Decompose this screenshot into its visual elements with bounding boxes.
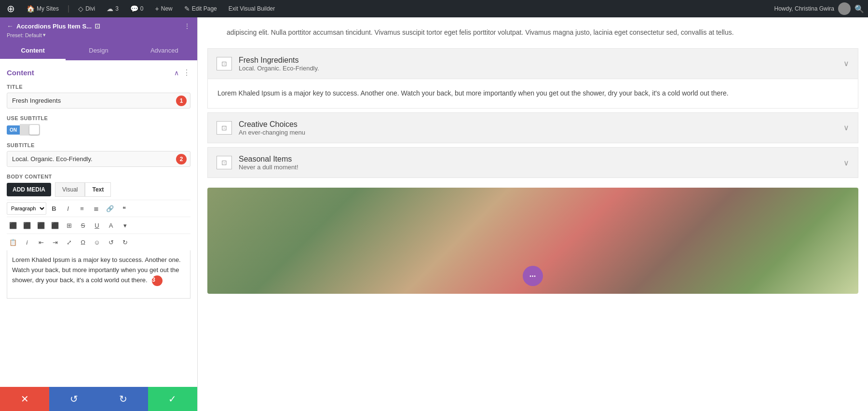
align-center-button[interactable]: ⬛ (21, 219, 33, 232)
accordion-header-left-1: ⊡ Fresh Ingredients Local. Organic. Eco-… (217, 55, 319, 72)
accordion-subtitle-2: An ever-changing menu (239, 129, 305, 136)
bottom-bar: ✕ ↺ ↻ ✓ (0, 387, 197, 411)
panel-title-text: Accordions Plus Item S... (16, 23, 92, 30)
align-right-button[interactable]: ⬛ (35, 219, 47, 232)
my-sites-item[interactable]: 🏠 My Sites (24, 0, 62, 17)
food-image: ••• (207, 188, 858, 294)
comments-item[interactable]: 💬 0 (127, 0, 147, 17)
save-button[interactable]: ✓ (148, 387, 197, 411)
my-sites-label: My Sites (37, 5, 59, 12)
edit-page-button[interactable]: ✎ Edit Page (181, 0, 220, 17)
accordion-chevron-1[interactable]: ∨ (843, 59, 849, 68)
align-justify-button[interactable]: ⬛ (49, 219, 61, 232)
accordion-subtitle-3: Never a dull moment! (239, 164, 298, 171)
redo-editor-button[interactable]: ↻ (119, 236, 131, 248)
accordion-image-3: ⊡ (217, 156, 232, 169)
accordion-title-2: Creative Choices (239, 120, 305, 129)
toolbar-row-1: Paragraph B I ≡ ≣ 🔗 ❝ (7, 200, 190, 217)
tab-visual[interactable]: Visual (55, 182, 85, 197)
plus-icon: + (155, 5, 159, 13)
section-title: Content (7, 68, 34, 77)
home-icon: 🏠 (27, 5, 35, 13)
divi-icon: ◇ (78, 5, 83, 13)
blockquote-button[interactable]: ❝ (118, 202, 130, 215)
exit-visual-builder-button[interactable]: Exit Visual Builder (226, 0, 278, 17)
subtitle-input[interactable] (7, 151, 190, 167)
cloud-icon: ☁ (107, 5, 113, 13)
ordered-list-button[interactable]: ≣ (90, 202, 102, 215)
preset-label: Preset: Default (7, 32, 42, 38)
section-actions: ∧ ⋮ (174, 68, 190, 77)
new-label: New (161, 5, 173, 12)
editor-content[interactable]: Lorem Khaled Ipsum is a major key to suc… (7, 250, 190, 299)
align-left-button[interactable]: ⬛ (7, 219, 19, 232)
emoji-button[interactable]: ☺ (91, 236, 103, 248)
section-header: Content ∧ ⋮ (7, 68, 190, 77)
wordpress-icon[interactable]: ⊕ (4, 0, 18, 17)
panel-preset[interactable]: Preset: Default ▾ (7, 32, 190, 38)
add-media-label: ADD MEDIA (13, 186, 45, 193)
accordion-header-1[interactable]: ⊡ Fresh Ingredients Local. Organic. Eco-… (208, 49, 858, 79)
tab-text[interactable]: Text (85, 182, 111, 197)
tab-advanced[interactable]: Advanced (132, 42, 197, 60)
accordion-title-3: Seasonal Items (239, 154, 298, 164)
tab-content[interactable]: Content (0, 42, 66, 60)
accordion-chevron-3[interactable]: ∨ (843, 158, 849, 167)
table-button[interactable]: ⊞ (63, 219, 75, 232)
image-icon-1: ⊡ (221, 60, 227, 68)
toolbar-row-2: ⬛ ⬛ ⬛ ⬛ ⊞ S U A ▾ (7, 217, 190, 233)
accordion-header-3[interactable]: ⊡ Seasonal Items Never a dull moment! ∨ (208, 148, 858, 178)
unordered-list-button[interactable]: ≡ (76, 202, 88, 215)
undo-button[interactable]: ↺ (49, 387, 98, 411)
panel-dots-icon[interactable]: ⋮ (184, 22, 190, 30)
back-icon[interactable]: ← (7, 22, 14, 30)
chevron-down-button[interactable]: ▾ (119, 219, 131, 232)
edit-page-label: Edit Page (192, 5, 217, 12)
italic-button[interactable]: I (62, 202, 74, 215)
avatar (838, 2, 851, 15)
divi-item[interactable]: ◇ Divi (75, 0, 98, 17)
comments-count: 0 (140, 5, 144, 12)
strikethrough-button[interactable]: S (77, 219, 89, 232)
accordion-body-text-1: Lorem Khaled Ipsum is a major key to suc… (217, 89, 729, 97)
redo-button[interactable]: ↻ (99, 387, 148, 411)
accordion-title-block-3: Seasonal Items Never a dull moment! (239, 154, 298, 171)
search-icon[interactable]: 🔍 (854, 4, 864, 14)
left-panel: ← Accordions Plus Item S... ⊡ ⋮ Preset: … (0, 17, 198, 411)
fullscreen-button[interactable]: ⤢ (63, 236, 75, 248)
subtitle-toggle[interactable] (20, 124, 40, 136)
food-image-dots-button[interactable]: ••• (523, 266, 543, 286)
cancel-icon: ✕ (21, 393, 29, 405)
accordion-chevron-2[interactable]: ∨ (843, 123, 849, 132)
text-color-button[interactable]: A (105, 219, 117, 232)
top-bar: ⊕ 🏠 My Sites | ◇ Divi ☁ 3 💬 0 + New ✎ Ed… (0, 0, 868, 17)
section-chevron-icon[interactable]: ∧ (174, 69, 179, 77)
cloud-item[interactable]: ☁ 3 (104, 0, 122, 17)
subtitle-label: Subtitle (7, 142, 190, 148)
outdent-button[interactable]: ⇤ (35, 236, 47, 248)
image-icon-3: ⊡ (221, 159, 227, 166)
italic2-button[interactable]: i (21, 236, 33, 248)
panel-tabs: Content Design Advanced (0, 42, 197, 60)
panel-body: Content ∧ ⋮ Title 1 Use Subtitle ON (0, 60, 197, 387)
accordion-image-2: ⊡ (217, 121, 232, 135)
tab-design[interactable]: Design (66, 42, 131, 60)
accordion-header-2[interactable]: ⊡ Creative Choices An ever-changing menu… (208, 113, 858, 143)
new-button[interactable]: + New (152, 0, 176, 17)
underline-button[interactable]: U (91, 219, 103, 232)
bold-button[interactable]: B (48, 202, 60, 215)
paste-button[interactable]: 📋 (7, 236, 19, 248)
title-input[interactable] (7, 93, 190, 109)
add-media-button[interactable]: ADD MEDIA (7, 183, 51, 196)
editor-badge: 3 (152, 275, 163, 286)
cancel-button[interactable]: ✕ (0, 387, 49, 411)
accordion-title-block-2: Creative Choices An ever-changing menu (239, 120, 305, 136)
link-button[interactable]: 🔗 (104, 202, 116, 215)
section-options-icon[interactable]: ⋮ (183, 68, 190, 77)
panel-window-icon[interactable]: ⊡ (95, 22, 100, 30)
comment-icon: 💬 (130, 5, 138, 13)
omega-button[interactable]: Ω (77, 236, 89, 248)
indent-button[interactable]: ⇥ (49, 236, 61, 248)
paragraph-select[interactable]: Paragraph (7, 202, 46, 215)
undo-editor-button[interactable]: ↺ (105, 236, 117, 248)
